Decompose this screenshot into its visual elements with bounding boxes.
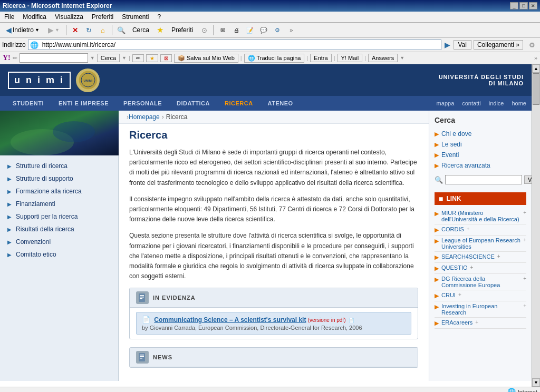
tools-button[interactable]: ⚙: [272, 24, 283, 36]
menu-preferiti[interactable]: Preferiti: [90, 13, 115, 21]
yahoo-popup-btn[interactable]: ⊠: [160, 54, 172, 62]
link-item-dgricerca[interactable]: ▶ DG Ricerca della Commissione Europea +: [435, 274, 526, 290]
favorites-button[interactable]: Preferiti: [168, 25, 196, 35]
forward-button[interactable]: ▶ ▼: [45, 24, 63, 36]
nav-contatti[interactable]: contatti: [462, 100, 480, 106]
address-input[interactable]: [40, 41, 441, 48]
svg-rect-12: [140, 356, 144, 357]
back-dropdown-icon[interactable]: ▼: [35, 27, 40, 33]
in-evidenza-icon: [136, 291, 149, 304]
nav-enti-imprese[interactable]: ENTI E IMPRESE: [51, 97, 116, 109]
svg-point-5: [53, 121, 95, 142]
scroll-thumb[interactable]: [533, 73, 539, 105]
sidebar-item-strutture-ricerca[interactable]: ▶ Strutture di ricerca: [0, 160, 118, 172]
close-button[interactable]: ✕: [529, 2, 537, 9]
nav-ateneo[interactable]: ATENEO: [261, 97, 301, 109]
sidebar-item-strutture-supporto[interactable]: ▶ Strutture di supporto: [0, 172, 118, 185]
menu-modifica[interactable]: Modifica: [21, 13, 49, 21]
menu-file[interactable]: File: [2, 13, 16, 21]
yahoo-dropdown-icon[interactable]: ▼: [90, 55, 95, 61]
address-icon: 🌐: [28, 41, 40, 49]
nav-home[interactable]: home: [512, 100, 526, 106]
yahoo-mail-button[interactable]: Y! Mail: [338, 54, 363, 62]
nav-right-links: mappa contatti indice home: [437, 100, 526, 106]
sidebar-item-convenzioni[interactable]: ▶ Convenzioni: [0, 236, 118, 248]
bullet-icon-7: ▶: [6, 251, 13, 258]
search-button[interactable]: Cerca: [129, 25, 152, 35]
cerca-item-eventi[interactable]: ▶ Eventi: [435, 150, 526, 160]
nav-didattica[interactable]: DIDATTICA: [169, 97, 217, 109]
print-button[interactable]: 🖨: [230, 24, 242, 36]
cerca-item-chi-dove[interactable]: ▶ Chi e dove: [435, 129, 526, 139]
scroll-track[interactable]: [532, 73, 540, 378]
link-item-cordis[interactable]: ▶ CORDIS +: [435, 224, 526, 236]
nav-personale[interactable]: PERSONALE: [116, 97, 169, 109]
scroll-up-arrow[interactable]: ▲: [532, 64, 540, 73]
yahoo-search-dropdown-icon[interactable]: ▼: [122, 55, 127, 61]
forward-dropdown-icon[interactable]: ▼: [55, 27, 60, 33]
yahoo-edit-btn[interactable]: ✏: [132, 54, 144, 62]
link-item-questio[interactable]: ▶ QUESTIO +: [435, 263, 526, 274]
breadcrumb-home-link[interactable]: Homepage: [129, 113, 160, 121]
yahoo-star-btn[interactable]: ★: [146, 54, 158, 62]
cerca-item-sedi[interactable]: ▶ Le sedi: [435, 139, 526, 150]
nav-studenti[interactable]: STUDENTI: [5, 97, 51, 109]
menu-strumenti[interactable]: Strumenti: [120, 13, 151, 21]
site-search-go-button[interactable]: Vai: [524, 175, 532, 184]
nav-mappa[interactable]: mappa: [437, 100, 455, 106]
link-item-eracareers[interactable]: ▶ ERAcareers +: [435, 318, 526, 329]
link-item-leru[interactable]: ▶ League of European Research Universiti…: [435, 236, 526, 252]
link-item-investing[interactable]: ▶ Investing in European Research +: [435, 301, 526, 318]
paragraph-2: Il consistente impegno sviluppato nell'a…: [129, 194, 418, 225]
nav-indice[interactable]: indice: [489, 100, 504, 106]
scrollbar-vertical[interactable]: ▲ ▼: [532, 64, 540, 387]
minimize-button[interactable]: _: [510, 2, 518, 9]
sidebar-item-supporti[interactable]: ▶ Supporti per la ricerca: [0, 210, 118, 223]
yahoo-answers-dropdown[interactable]: ▼: [400, 55, 404, 61]
cerca-item-avanzata[interactable]: ▶ Ricerca avanzata: [435, 160, 526, 171]
highlight-pdf-link[interactable]: (versione in pdf): [308, 317, 346, 323]
scroll-down-arrow[interactable]: ▼: [532, 378, 540, 387]
sidebar-item-formazione[interactable]: ▶ Formazione alla ricerca: [0, 185, 118, 198]
yahoo-saveweb-button[interactable]: 📦 Salva sul Mio Web: [174, 54, 238, 63]
menu-help[interactable]: ?: [156, 13, 163, 21]
edit-button[interactable]: 📝: [244, 24, 256, 36]
yahoo-sep5: |: [364, 55, 366, 61]
unimi-logo: u n i m i: [8, 72, 71, 89]
yahoo-answers-button[interactable]: Answers: [368, 54, 398, 62]
sidebar-item-finanziamenti[interactable]: ▶ Finanziamenti: [0, 198, 118, 210]
window-controls[interactable]: _ □ ✕: [510, 2, 537, 9]
links-button[interactable]: Collegamenti »: [474, 40, 523, 50]
search-icon-btn[interactable]: 🔍: [115, 24, 127, 36]
cerca-arrow-3: ▶: [435, 162, 439, 169]
media-button[interactable]: ⊙: [198, 24, 210, 36]
site-search-input[interactable]: [445, 175, 522, 184]
nav-ricerca[interactable]: RICERCA: [217, 97, 261, 109]
more-button[interactable]: »: [285, 24, 297, 36]
link-item-crui[interactable]: ▶ CRUI +: [435, 290, 526, 301]
home-button[interactable]: ⌂: [97, 24, 109, 36]
menu-visualizza[interactable]: Visualizza: [53, 13, 85, 21]
back-button[interactable]: ◀ Indietro ▼: [3, 24, 43, 36]
highlight-link[interactable]: Communicating Science – A scientist's su…: [154, 316, 306, 324]
mail-button[interactable]: ✉: [217, 24, 228, 36]
ie-settings-button[interactable]: ⚙: [526, 39, 538, 51]
go-button[interactable]: Vai: [454, 40, 471, 50]
sidebar-item-risultati[interactable]: ▶ Risultati della ricerca: [0, 223, 118, 236]
messenger-button[interactable]: 💬: [258, 24, 269, 36]
favorites-star-icon[interactable]: ★: [155, 24, 166, 36]
link-item-search4science[interactable]: ▶ SEARCH4SCIENCE +: [435, 252, 526, 263]
go-arrow-icon[interactable]: ▶: [445, 41, 450, 49]
yahoo-search-input[interactable]: [20, 53, 88, 63]
yahoo-search-button[interactable]: Cerca: [97, 54, 120, 62]
sidebar-item-comitato[interactable]: ▶ Comitato etico: [0, 248, 118, 261]
yahoo-more-btn[interactable]: »: [534, 55, 537, 61]
stop-button[interactable]: ✕: [70, 24, 81, 36]
refresh-button[interactable]: ↻: [83, 24, 95, 36]
yahoo-enter-button[interactable]: Entra: [310, 54, 331, 62]
bullet-icon-0: ▶: [6, 163, 13, 169]
link-item-miur[interactable]: ▶ MIUR (Ministero dell'Università e dell…: [435, 208, 526, 224]
maximize-button[interactable]: □: [519, 2, 528, 9]
paragraph-3: Questa sezione presenta le strutture dov…: [129, 231, 418, 281]
yahoo-translate-button[interactable]: 🌐 Traduci la pagina: [244, 54, 305, 63]
